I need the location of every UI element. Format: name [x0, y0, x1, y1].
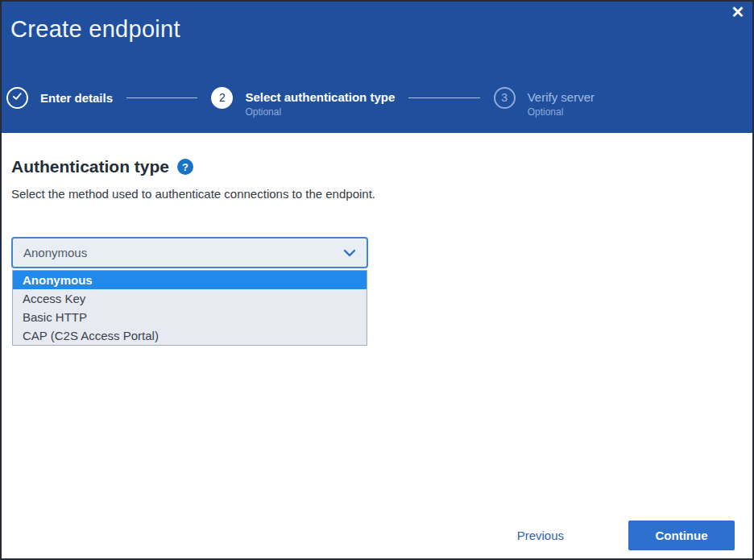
previous-button[interactable]: Previous: [517, 529, 564, 542]
dialog-footer: Previous Continue: [517, 521, 735, 550]
step-3-number: 3: [501, 91, 508, 104]
option-basic-http[interactable]: Basic HTTP: [13, 308, 367, 326]
stepper-connector-1: [126, 97, 197, 98]
step-2-sublabel: Optional: [245, 106, 395, 118]
step-2-number: 2: [219, 91, 226, 104]
check-icon: [11, 90, 23, 105]
close-icon[interactable]: ✕: [727, 2, 748, 23]
step-3-label: Verify server: [528, 90, 594, 104]
step-2-circle: 2: [211, 87, 233, 109]
stepper-connector-2: [408, 97, 479, 98]
help-icon[interactable]: ?: [177, 159, 193, 175]
step-verify-server[interactable]: 3 Verify server Optional: [494, 84, 594, 111]
option-access-key[interactable]: Access Key: [13, 289, 367, 308]
chevron-down-icon: [343, 249, 356, 257]
step-3-circle: 3: [494, 87, 516, 109]
step-select-authentication-type[interactable]: 2 Select authentication type Optional: [211, 84, 395, 111]
dialog-header: Create endpoint ✕ Enter details 2: [2, 2, 752, 133]
step-1-circle: [6, 87, 28, 109]
create-endpoint-dialog: Create endpoint ✕ Enter details 2: [0, 0, 754, 560]
wizard-stepper: Enter details 2 Select authentication ty…: [6, 84, 594, 111]
option-cap-c2s-access-portal[interactable]: CAP (C2S Access Portal): [13, 326, 367, 345]
section-description: Select the method used to authenticate c…: [11, 187, 743, 201]
authentication-type-select[interactable]: Anonymous: [11, 237, 368, 268]
selected-value: Anonymous: [23, 246, 87, 259]
dialog-body: Authentication type ? Select the method …: [2, 133, 752, 346]
step-3-sublabel: Optional: [528, 106, 594, 118]
continue-button[interactable]: Continue: [628, 521, 735, 550]
step-2-label: Select authentication type: [245, 90, 395, 104]
step-1-label: Enter details: [40, 91, 113, 105]
option-anonymous[interactable]: Anonymous: [13, 271, 367, 289]
dialog-title: Create endpoint: [10, 16, 180, 43]
authentication-type-options: Anonymous Access Key Basic HTTP CAP (C2S…: [12, 270, 367, 346]
page-title: Authentication type: [11, 157, 169, 176]
step-enter-details[interactable]: Enter details: [6, 87, 113, 109]
